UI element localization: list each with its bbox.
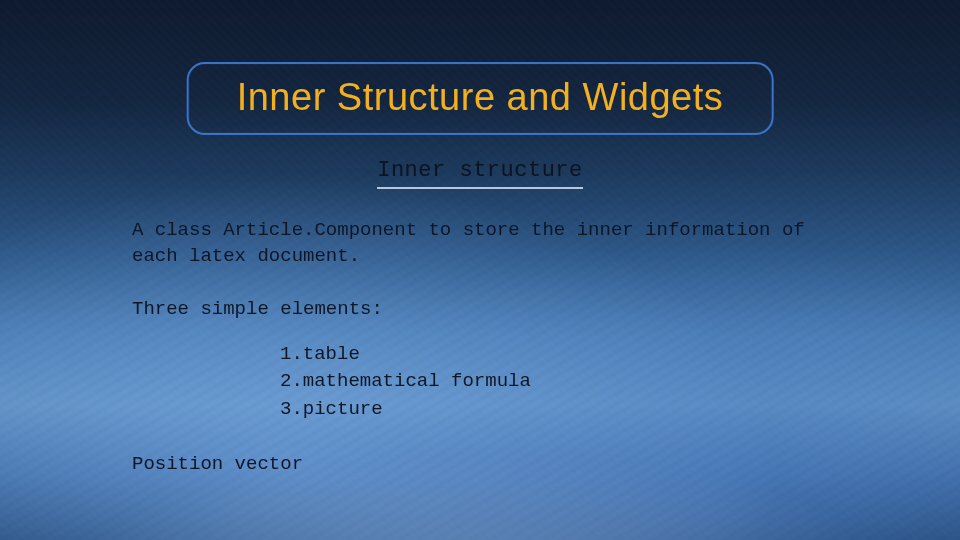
subtitle-wrap: Inner structure	[0, 158, 960, 189]
list-item: 3.picture	[280, 396, 850, 424]
paragraph-1: A class Article.Component to store the i…	[132, 218, 850, 269]
elements-list: 1.table 2.mathematical formula 3.picture	[280, 341, 850, 424]
slide: Inner Structure and Widgets Inner struct…	[0, 0, 960, 540]
paragraph-2: Three simple elements:	[132, 297, 850, 323]
title-box: Inner Structure and Widgets	[187, 62, 774, 135]
body: A class Article.Component to store the i…	[132, 218, 850, 477]
list-item: 1.table	[280, 341, 850, 369]
list-item: 2.mathematical formula	[280, 368, 850, 396]
slide-title: Inner Structure and Widgets	[237, 76, 724, 119]
paragraph-3: Position vector	[132, 452, 850, 478]
slide-subtitle: Inner structure	[377, 158, 583, 189]
